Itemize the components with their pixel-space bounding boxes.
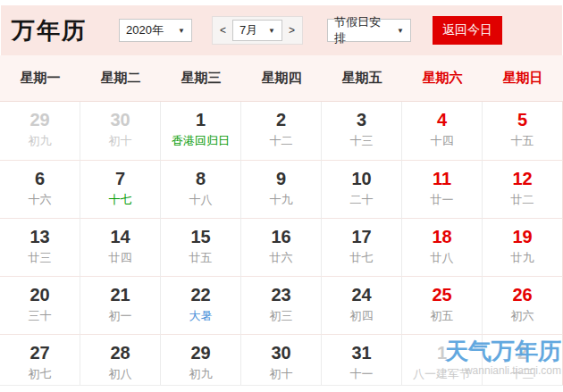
calendar-day-cell[interactable]: 23初三: [241, 276, 322, 334]
day-subtext: 十一: [322, 366, 401, 382]
day-subtext: 十八: [161, 192, 240, 208]
calendar-day-cell[interactable]: 14廿四: [80, 218, 161, 276]
calendar-day-cell[interactable]: 29初九: [161, 334, 241, 385]
day-number: 18: [402, 227, 482, 247]
day-number: 16: [241, 227, 321, 247]
day-number: 30: [241, 343, 321, 363]
weekday-header-6: 星期六: [402, 55, 483, 101]
calendar-day-cell[interactable]: 5十五: [483, 102, 563, 160]
calendar-day-cell[interactable]: 17廿七: [322, 218, 402, 276]
calendar-day-cell[interactable]: 2十二: [241, 102, 322, 160]
calendar-day-cell[interactable]: 29初九: [0, 102, 80, 160]
day-subtext: 初九: [0, 133, 80, 149]
calendar-day-cell[interactable]: 25初五: [402, 276, 483, 334]
day-number: 31: [322, 343, 401, 363]
day-subtext: 廿二: [483, 192, 562, 208]
day-subtext: 十二: [241, 133, 321, 149]
calendar-day-cell[interactable]: 16廿六: [241, 218, 322, 276]
calendar-day-cell[interactable]: 4十四: [402, 102, 483, 160]
calendar-day-cell[interactable]: 6十六: [0, 160, 80, 218]
next-month-button[interactable]: >: [282, 19, 301, 42]
day-number: 1: [161, 110, 240, 130]
day-subtext: 廿四: [80, 250, 160, 266]
calendar-day-cell[interactable]: 20三十: [0, 276, 80, 334]
calendar-day-cell[interactable]: 15廿五: [161, 218, 241, 276]
day-subtext: 十四: [402, 133, 482, 149]
day-subtext: 十九: [241, 192, 321, 208]
day-subtext: 香港回归日: [161, 133, 240, 149]
day-number: 23: [241, 285, 321, 305]
calendar-day-cell[interactable]: 30初十: [80, 102, 161, 160]
holiday-schedule-select[interactable]: 节假日安排 ▼: [327, 19, 411, 42]
topbar: 万年历 2020年 ▼ < 7月 ▼ > 节假日安排 ▼ 返回今日: [1, 5, 562, 55]
day-number: 2: [241, 110, 321, 130]
calendar-day-cell[interactable]: 12廿二: [483, 160, 563, 218]
calendar-day-cell[interactable]: 8十八: [161, 160, 241, 218]
day-subtext: 初八: [80, 366, 160, 382]
day-subtext: 初九: [161, 366, 240, 382]
calendar-day-cell[interactable]: 30初十: [241, 334, 322, 385]
day-number: 29: [161, 343, 240, 363]
day-subtext: 廿六: [241, 250, 321, 266]
calendar-day-cell[interactable]: 3十三: [322, 102, 402, 160]
day-number: 6: [0, 169, 80, 189]
prev-month-button[interactable]: <: [214, 19, 232, 42]
day-subtext: 大暑: [161, 308, 240, 324]
calendar-grid: 29初九30初十1香港回归日2十二3十三4十四5十五6十六7十七8十八9十九10…: [0, 102, 563, 386]
day-number: 12: [483, 169, 562, 189]
weekday-header-5: 星期五: [322, 55, 402, 101]
month-select[interactable]: 7月 ▼: [232, 20, 282, 41]
day-number: 14: [80, 227, 160, 247]
weekday-header-7: 星期日: [483, 55, 563, 101]
back-to-today-button[interactable]: 返回今日: [433, 16, 502, 45]
calendar-day-cell[interactable]: 31十一: [322, 334, 402, 385]
calendar-day-cell[interactable]: 28初八: [80, 334, 161, 385]
calendar-day-cell[interactable]: 1八一建军节: [402, 334, 483, 385]
day-number: 30: [80, 110, 160, 130]
day-number: 21: [80, 285, 160, 305]
calendar-day-cell[interactable]: 2十三: [483, 334, 563, 385]
calendar-day-cell[interactable]: 27初七: [0, 334, 80, 385]
chevron-down-icon: ▼: [268, 27, 275, 35]
calendar-day-cell[interactable]: 21初一: [80, 276, 161, 334]
month-nav-group: < 7月 ▼ >: [212, 16, 303, 45]
holiday-select-value: 节假日安排: [334, 14, 390, 46]
day-subtext: 廿七: [322, 250, 401, 266]
day-number: 8: [161, 169, 240, 189]
day-number: 24: [322, 285, 401, 305]
weekday-header-4: 星期四: [241, 55, 322, 101]
day-subtext: 十六: [0, 192, 80, 208]
day-number: 22: [161, 285, 240, 305]
day-number: 2: [483, 343, 562, 363]
weekday-header-row: 星期一星期二星期三星期四星期五星期六星期日: [0, 55, 563, 102]
day-number: 17: [322, 227, 401, 247]
day-number: 15: [161, 227, 240, 247]
day-subtext: 廿八: [402, 250, 482, 266]
day-subtext: 十三: [322, 133, 401, 149]
day-number: 28: [80, 343, 160, 363]
day-subtext: 二十: [322, 192, 401, 208]
calendar-day-cell[interactable]: 10二十: [322, 160, 402, 218]
calendar-day-cell[interactable]: 18廿八: [402, 218, 483, 276]
calendar-day-cell[interactable]: 1香港回归日: [161, 102, 241, 160]
calendar-day-cell[interactable]: 13廿三: [0, 218, 80, 276]
day-subtext: 十五: [483, 133, 562, 149]
day-number: 11: [402, 169, 482, 189]
day-subtext: 初四: [322, 308, 401, 324]
calendar-day-cell[interactable]: 9十九: [241, 160, 322, 218]
calendar-day-cell[interactable]: 22大暑: [161, 276, 241, 334]
calendar-day-cell[interactable]: 7十七: [80, 160, 161, 218]
calendar-day-cell[interactable]: 24初四: [322, 276, 402, 334]
calendar-day-cell[interactable]: 19廿九: [483, 218, 563, 276]
chevron-down-icon: ▼: [397, 27, 404, 35]
day-number: 27: [0, 343, 80, 363]
day-subtext: 廿九: [483, 250, 562, 266]
day-subtext: 初一: [80, 308, 160, 324]
year-select[interactable]: 2020年 ▼: [119, 19, 192, 42]
day-number: 25: [402, 285, 482, 305]
page-title: 万年历: [12, 15, 87, 46]
weekday-header-1: 星期一: [0, 55, 80, 101]
calendar-day-cell[interactable]: 11廿一: [402, 160, 483, 218]
day-subtext: 初十: [80, 133, 160, 149]
calendar-day-cell[interactable]: 26初六: [483, 276, 563, 334]
